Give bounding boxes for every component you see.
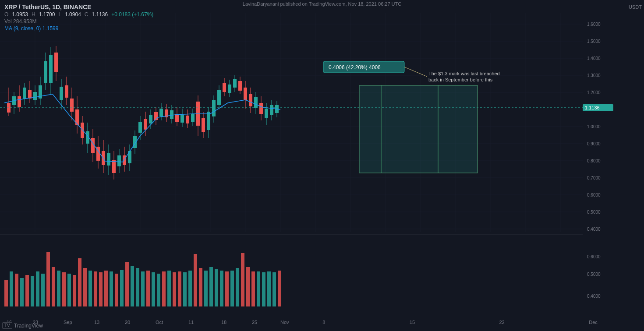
svg-rect-176 [215, 269, 218, 306]
volume-value: 284.953M [13, 18, 36, 25]
svg-rect-149 [73, 275, 76, 306]
publisher-info: LavinaDaryanani published on TradingView… [243, 0, 401, 7]
volume-label: Vol [4, 18, 12, 25]
svg-rect-163 [146, 271, 150, 306]
svg-rect-123 [244, 88, 247, 100]
svg-text:0.5000: 0.5000 [587, 272, 601, 277]
change-value: +0.0183 (+1.67%) [111, 11, 153, 18]
svg-text:0.6000: 0.6000 [587, 193, 601, 197]
svg-rect-37 [18, 96, 21, 107]
volume-bars [4, 252, 281, 306]
svg-rect-154 [99, 272, 103, 306]
svg-line-191 [404, 67, 427, 77]
svg-rect-175 [209, 267, 213, 306]
svg-text:1.0000: 1.0000 [587, 124, 601, 129]
svg-rect-182 [246, 267, 250, 306]
svg-rect-186 [267, 271, 271, 306]
svg-rect-97 [175, 114, 179, 122]
svg-rect-158 [120, 270, 124, 306]
svg-rect-159 [125, 262, 129, 306]
svg-text:The $1.3 mark was last breache: The $1.3 mark was last breached [428, 71, 500, 76]
svg-text:0.4006 (42.20%) 4006: 0.4006 (42.20%) 4006 [329, 64, 381, 70]
svg-text:0.4000: 0.4000 [587, 227, 601, 232]
svg-text:0.6000: 0.6000 [587, 254, 601, 259]
open-value: 1.0953 [12, 11, 28, 18]
svg-rect-174 [204, 271, 208, 306]
x-label-8: 8 [322, 320, 325, 325]
svg-rect-47 [44, 61, 47, 83]
svg-rect-103 [191, 114, 195, 122]
svg-rect-55 [65, 85, 68, 98]
svg-text:0.9000: 0.9000 [587, 141, 601, 146]
svg-rect-101 [186, 116, 189, 123]
svg-rect-57 [70, 99, 74, 112]
svg-rect-121 [238, 81, 242, 91]
svg-rect-115 [223, 83, 226, 92]
svg-text:1.6000: 1.6000 [587, 22, 601, 27]
svg-text:1.4000: 1.4000 [587, 56, 601, 61]
svg-rect-187 [272, 272, 276, 306]
svg-rect-177 [220, 271, 223, 306]
svg-rect-95 [170, 110, 173, 119]
ma-label: MA (9, close, 0) [4, 25, 41, 32]
svg-rect-131 [265, 109, 268, 118]
svg-rect-183 [251, 271, 255, 306]
svg-rect-165 [157, 274, 160, 306]
svg-rect-140 [25, 275, 29, 306]
svg-rect-146 [57, 271, 60, 306]
main-chart-svg: 0.4006 (42.20%) 4006 The $1.3 mark was l… [0, 0, 613, 331]
svg-rect-172 [194, 254, 197, 306]
currency-label: USDT [629, 4, 642, 10]
svg-text:1.3000: 1.3000 [587, 73, 601, 78]
svg-rect-71 [107, 153, 110, 166]
svg-rect-127 [254, 97, 258, 108]
svg-rect-85 [144, 119, 147, 130]
svg-text:0.5000: 0.5000 [587, 210, 601, 215]
x-axis-right: 8 15 22 Dec [0, 320, 644, 325]
svg-text:0.4000: 0.4000 [587, 294, 601, 299]
svg-rect-49 [49, 55, 53, 83]
svg-rect-39 [23, 88, 26, 99]
svg-rect-137 [10, 271, 13, 306]
svg-rect-150 [78, 258, 81, 306]
x-label-dec: Dec [589, 320, 598, 325]
svg-rect-139 [20, 278, 24, 306]
svg-rect-91 [159, 109, 163, 116]
svg-rect-173 [199, 268, 202, 306]
svg-rect-178 [225, 271, 229, 306]
svg-rect-113 [217, 90, 221, 105]
svg-rect-152 [88, 271, 92, 306]
svg-rect-43 [33, 92, 37, 100]
svg-rect-147 [62, 272, 66, 306]
svg-rect-155 [104, 271, 108, 306]
svg-rect-136 [4, 280, 8, 306]
svg-rect-180 [236, 268, 239, 306]
svg-rect-125 [249, 94, 252, 106]
svg-text:1.1136: 1.1136 [585, 105, 600, 110]
svg-rect-157 [115, 274, 118, 306]
chart-container: LavinaDaryanani published on TradingView… [0, 0, 644, 331]
svg-rect-164 [152, 272, 155, 306]
svg-rect-111 [212, 100, 216, 116]
svg-rect-99 [180, 115, 184, 123]
svg-rect-143 [41, 274, 45, 306]
svg-rect-119 [233, 79, 237, 88]
ohlc-row: O 1.0953 H 1.1700 L 1.0904 C 1.1136 +0.0… [4, 11, 153, 18]
high-label: H [32, 11, 35, 18]
svg-rect-171 [188, 271, 192, 306]
svg-rect-168 [173, 272, 176, 306]
svg-rect-75 [117, 155, 121, 166]
svg-rect-33 [7, 103, 11, 113]
svg-rect-142 [36, 271, 39, 306]
svg-rect-109 [207, 112, 210, 130]
svg-rect-166 [162, 271, 166, 306]
svg-text:1.2000: 1.2000 [587, 90, 601, 95]
svg-text:0.8000: 0.8000 [587, 158, 601, 163]
svg-rect-170 [183, 272, 187, 306]
open-label: O [4, 11, 8, 18]
svg-rect-151 [83, 268, 87, 306]
svg-rect-83 [138, 122, 142, 133]
svg-text:0.7000: 0.7000 [587, 176, 601, 180]
svg-rect-148 [67, 274, 71, 306]
svg-rect-160 [131, 266, 134, 306]
